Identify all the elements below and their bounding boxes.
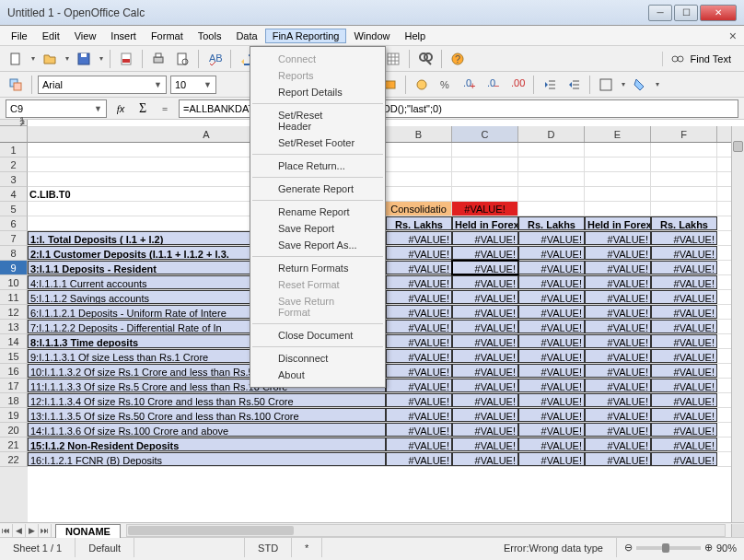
cell[interactable]: #VALUE!: [452, 320, 518, 333]
cell[interactable]: #VALUE!: [651, 379, 717, 392]
cell[interactable]: #VALUE!: [518, 334, 585, 348]
cell[interactable]: [518, 202, 585, 216]
cell[interactable]: #VALUE!: [386, 423, 452, 437]
row-header[interactable]: 13: [0, 320, 28, 334]
cell[interactable]: #VALUE!: [452, 246, 518, 260]
maximize-button[interactable]: ☐: [674, 5, 698, 21]
row-header[interactable]: 2: [0, 158, 28, 172]
row-header[interactable]: 11: [0, 290, 28, 305]
cell[interactable]: #VALUE!: [651, 334, 717, 348]
cell[interactable]: [585, 172, 651, 186]
menu-data[interactable]: Data: [228, 29, 264, 43]
row-header[interactable]: 18: [0, 393, 28, 408]
zoom-slider[interactable]: [636, 546, 701, 550]
cell[interactable]: [452, 187, 518, 201]
borders-dropdown[interactable]: ▾: [620, 75, 626, 95]
cell[interactable]: Held in Forex: [585, 216, 651, 230]
new-icon[interactable]: [6, 49, 26, 69]
col-header-e[interactable]: E: [585, 126, 651, 142]
row-header[interactable]: 19: [0, 408, 28, 423]
row-header[interactable]: 6: [0, 216, 28, 231]
scroll-thumb[interactable]: [733, 141, 743, 152]
cell[interactable]: [518, 158, 585, 171]
help-icon[interactable]: ?: [448, 49, 468, 69]
cell[interactable]: #VALUE!: [651, 408, 717, 422]
row-header[interactable]: 5: [0, 202, 28, 216]
menu-item[interactable]: Return Formats: [250, 260, 385, 276]
cell[interactable]: #VALUE!: [386, 438, 452, 451]
cell[interactable]: 13:I.1.1.3.5 Of size Rs.50 Crore and les…: [28, 408, 386, 422]
tab-next-icon[interactable]: ▶: [26, 524, 39, 537]
cell[interactable]: #VALUE!: [585, 246, 651, 260]
sheet-tab[interactable]: NONAME: [55, 524, 121, 538]
cell[interactable]: [452, 158, 518, 171]
row-header[interactable]: 8: [0, 246, 28, 261]
menu-item[interactable]: Place Return...: [250, 158, 385, 174]
cell[interactable]: [651, 158, 717, 171]
styles-icon[interactable]: [6, 75, 26, 95]
horizontal-scrollbar[interactable]: [126, 524, 726, 537]
cell[interactable]: Held in Forex: [452, 216, 518, 230]
cell[interactable]: Rs. Lakhs: [518, 216, 585, 230]
minimize-button[interactable]: ─: [648, 5, 672, 21]
cell[interactable]: #VALUE!: [386, 379, 452, 392]
cell[interactable]: #VALUE!: [518, 275, 585, 289]
cell[interactable]: #VALUE!: [518, 408, 585, 422]
cell[interactable]: #VALUE!: [585, 320, 651, 333]
col-header-f[interactable]: F: [651, 126, 717, 142]
cell[interactable]: [585, 143, 651, 157]
cell[interactable]: #VALUE!: [518, 393, 585, 407]
font-name-combo[interactable]: Arial▼: [38, 76, 167, 94]
menu-item[interactable]: Set/Reset Header: [250, 107, 385, 134]
cell[interactable]: Consolidatio: [386, 202, 452, 216]
borders-icon[interactable]: [596, 75, 616, 95]
cell[interactable]: [386, 143, 452, 157]
cell[interactable]: #VALUE!: [518, 423, 585, 437]
cell[interactable]: [585, 202, 651, 216]
menu-edit[interactable]: Edit: [35, 29, 67, 43]
cell[interactable]: [585, 158, 651, 171]
cell[interactable]: #VALUE!: [651, 438, 717, 451]
row-header[interactable]: 16: [0, 364, 28, 379]
open-dropdown[interactable]: ▾: [64, 49, 70, 69]
font-size-combo[interactable]: 10▼: [170, 76, 216, 94]
row-header[interactable]: 22: [0, 452, 28, 467]
col-header-c[interactable]: C: [452, 126, 518, 142]
cell[interactable]: #VALUE!: [518, 379, 585, 392]
cell[interactable]: #VALUE!: [651, 423, 717, 437]
cell[interactable]: #VALUE!: [518, 349, 585, 363]
cell[interactable]: #VALUE!: [518, 320, 585, 333]
cell[interactable]: [651, 143, 717, 157]
cell[interactable]: #VALUE!: [452, 334, 518, 348]
cell[interactable]: #VALUE!: [585, 275, 651, 289]
cell[interactable]: #VALUE!: [585, 438, 651, 451]
pdf-icon[interactable]: [116, 49, 136, 69]
cell[interactable]: #VALUE!: [585, 261, 651, 274]
cell[interactable]: #VALUE!: [651, 275, 717, 289]
cell[interactable]: #VALUE!: [386, 275, 452, 289]
cell[interactable]: #VALUE!: [452, 231, 518, 245]
menu-item[interactable]: Set/Reset Footer: [250, 134, 385, 151]
cell[interactable]: #VALUE!: [585, 452, 651, 466]
cell[interactable]: #VALUE!: [386, 231, 452, 245]
equals-icon[interactable]: =: [157, 100, 173, 117]
cell[interactable]: #VALUE!: [452, 305, 518, 319]
row-header[interactable]: 4: [0, 187, 28, 202]
cell[interactable]: #VALUE!: [651, 320, 717, 333]
cell[interactable]: #VALUE!: [452, 393, 518, 407]
cell[interactable]: #VALUE!: [518, 231, 585, 245]
status-std[interactable]: STD: [245, 538, 292, 557]
menu-item[interactable]: Save Report As...: [250, 237, 385, 253]
menu-file[interactable]: File: [4, 29, 35, 43]
row-header[interactable]: 12: [0, 305, 28, 320]
sum-icon[interactable]: Σ: [134, 100, 151, 117]
print-icon[interactable]: [148, 49, 169, 69]
cell[interactable]: [651, 172, 717, 186]
currency-icon[interactable]: [412, 75, 432, 95]
decimal-remove-icon[interactable]: .0−: [483, 75, 504, 95]
cell[interactable]: #VALUE!: [651, 452, 717, 466]
cell[interactable]: #VALUE!: [452, 364, 518, 378]
cell[interactable]: #VALUE!: [452, 438, 518, 451]
col-header-b[interactable]: B: [386, 126, 452, 142]
cell[interactable]: #VALUE!: [452, 202, 518, 216]
